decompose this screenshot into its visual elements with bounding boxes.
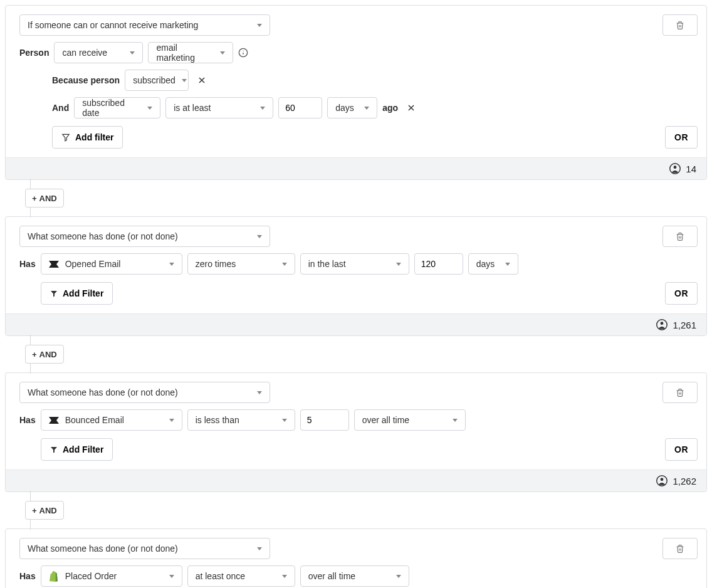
add-and-button[interactable]: + AND (25, 345, 64, 364)
person-icon (669, 163, 681, 174)
trash-icon (676, 21, 684, 30)
chevron-down-icon (505, 263, 510, 266)
or-button[interactable]: OR (665, 282, 698, 305)
timeframe-select[interactable]: over all time (300, 565, 409, 587)
shopify-icon (49, 571, 59, 581)
chevron-down-icon (282, 263, 287, 266)
condition-block: What someone has done (or not done) Has … (5, 528, 707, 588)
svg-point-9 (674, 165, 677, 169)
close-icon (407, 103, 416, 112)
unit-select[interactable]: days (327, 97, 377, 118)
count-label: 1,262 (673, 476, 696, 486)
value-input[interactable] (300, 409, 349, 431)
chevron-down-icon (169, 419, 174, 422)
trash-icon (676, 544, 684, 554)
chevron-down-icon (260, 107, 265, 110)
condition-block: What someone has done (or not done) Has … (5, 216, 707, 336)
and-connector: + AND (5, 492, 707, 528)
close-icon (197, 76, 206, 85)
condition-type-select[interactable]: What someone has done (or not done) (19, 538, 270, 559)
timeframe-select[interactable]: over all time (354, 409, 466, 431)
klaviyo-icon (49, 260, 59, 268)
chevron-down-icon (169, 575, 174, 578)
can-receive-select[interactable]: can receive (54, 42, 143, 63)
condition-type-label: If someone can or cannot receive marketi… (28, 20, 198, 30)
filter-icon (61, 133, 70, 142)
svg-point-13 (661, 322, 664, 325)
condition-block: If someone can or cannot receive marketi… (5, 5, 707, 180)
add-filter-button[interactable]: Add filter (52, 126, 123, 149)
count-label: 14 (686, 164, 696, 174)
remove-condition-button[interactable] (194, 72, 210, 88)
chevron-down-icon (220, 51, 225, 55)
trash-icon (676, 388, 684, 397)
date-field-select[interactable]: subscribed date (74, 97, 160, 118)
chevron-down-icon (257, 547, 262, 550)
add-and-button[interactable]: + AND (25, 189, 64, 207)
person-icon (656, 475, 668, 486)
svg-point-2 (243, 51, 244, 51)
delete-button[interactable] (662, 538, 698, 559)
chevron-down-icon (396, 575, 401, 578)
remove-condition-button[interactable] (403, 100, 419, 116)
add-filter-button[interactable]: Add Filter (41, 282, 113, 305)
and-connector: + AND (5, 180, 707, 216)
add-filter-button[interactable]: Add Filter (41, 438, 113, 461)
chevron-down-icon (169, 263, 174, 266)
has-label: Has (19, 259, 36, 269)
chevron-down-icon (257, 235, 262, 238)
metric-select[interactable]: Bounced Email (41, 409, 182, 431)
filter-solid-icon (50, 290, 58, 297)
svg-marker-14 (49, 417, 59, 424)
or-button[interactable]: OR (665, 126, 698, 149)
info-icon[interactable] (238, 48, 248, 58)
condition-type-select[interactable]: What someone has done (or not done) (19, 382, 270, 403)
condition-block: What someone has done (or not done) Has … (5, 372, 707, 492)
person-label: Person (19, 48, 49, 58)
svg-marker-7 (63, 134, 70, 141)
and-connector: + AND (5, 336, 707, 372)
chevron-down-icon (364, 107, 369, 110)
count-label: 1,261 (673, 320, 696, 330)
or-button[interactable]: OR (665, 438, 698, 461)
chevron-down-icon (257, 391, 262, 394)
chevron-down-icon (130, 51, 135, 55)
plus-icon: + (32, 194, 37, 203)
chevron-down-icon (453, 419, 458, 422)
chevron-down-icon (282, 419, 287, 422)
plus-icon: + (32, 506, 37, 515)
plus-icon: + (32, 350, 37, 359)
value-input[interactable] (278, 97, 322, 118)
klaviyo-icon (49, 416, 59, 424)
svg-marker-10 (49, 261, 59, 268)
frequency-select[interactable]: is less than (187, 409, 295, 431)
chevron-down-icon (282, 575, 287, 578)
frequency-select[interactable]: at least once (187, 565, 295, 587)
and-inner-label: And (52, 103, 69, 113)
chevron-down-icon (257, 24, 262, 27)
ago-label: ago (382, 103, 398, 113)
condition-type-select[interactable]: If someone can or cannot receive marketi… (19, 14, 270, 36)
has-label: Has (19, 571, 36, 581)
value-input[interactable] (414, 253, 463, 275)
metric-select[interactable]: Placed Order (41, 565, 182, 587)
operator-select[interactable]: is at least (165, 97, 273, 118)
because-label: Because person (52, 75, 120, 85)
metric-select[interactable]: Opened Email (41, 253, 182, 275)
unit-select[interactable]: days (468, 253, 518, 275)
chevron-down-icon (147, 107, 152, 110)
timeframe-select[interactable]: in the last (300, 253, 409, 275)
add-and-button[interactable]: + AND (25, 501, 64, 520)
subscribed-select[interactable]: subscribed (125, 70, 189, 91)
marketing-type-select[interactable]: email marketing (148, 42, 233, 63)
condition-type-select[interactable]: What someone has done (or not done) (19, 226, 270, 247)
frequency-select[interactable]: zero times (187, 253, 295, 275)
svg-marker-15 (51, 447, 57, 453)
chevron-down-icon (182, 79, 187, 82)
delete-button[interactable] (662, 14, 698, 36)
delete-button[interactable] (662, 226, 698, 247)
delete-button[interactable] (662, 382, 698, 403)
filter-solid-icon (50, 446, 58, 453)
svg-marker-11 (51, 291, 57, 297)
chevron-down-icon (396, 263, 401, 266)
